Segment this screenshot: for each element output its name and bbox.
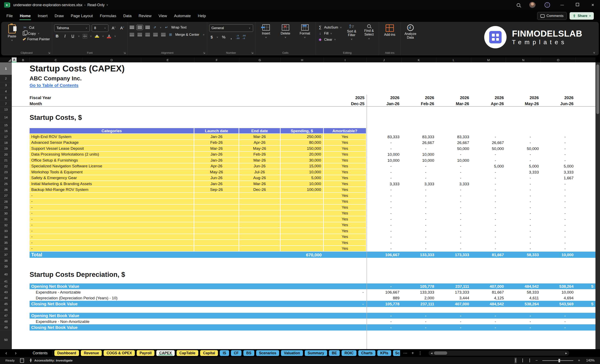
search-icon[interactable] xyxy=(517,3,520,7)
cell-H20[interactable]: 20,000 xyxy=(281,152,324,158)
cell-N17[interactable]: - xyxy=(506,134,541,140)
increase-decimal-button[interactable]: ←0.00 xyxy=(235,35,240,40)
cell-H16[interactable]: Spending, $ xyxy=(281,128,324,134)
cell-I7[interactable]: Dec-25 xyxy=(324,101,366,107)
fill-color-button[interactable] xyxy=(94,35,100,38)
column-header-M[interactable]: M xyxy=(471,57,506,62)
cell-F27[interactable] xyxy=(194,193,239,199)
cell-O49[interactable]: - xyxy=(541,324,576,330)
sheet-tab-prev-button[interactable]: ‹ xyxy=(2,350,10,356)
cell-G25[interactable]: Mar-26 xyxy=(239,181,281,187)
horizontal-scrollbar[interactable]: ◂ ▸ xyxy=(429,350,569,356)
font-size-select[interactable]: 8 ˅ xyxy=(92,24,108,32)
cell-L26[interactable]: - xyxy=(436,187,471,193)
cell-O31[interactable]: - xyxy=(541,216,576,222)
cell-L36[interactable]: - xyxy=(436,246,471,252)
cell-G29[interactable] xyxy=(239,205,281,210)
menu-tab-draw[interactable]: Draw xyxy=(51,12,67,20)
cell-K47[interactable]: - xyxy=(402,313,436,318)
row-header-47[interactable]: 47 xyxy=(0,313,12,318)
align-left-icon[interactable] xyxy=(130,33,134,36)
align-top-icon[interactable] xyxy=(130,26,134,29)
row-header-36[interactable]: 36 xyxy=(0,246,12,252)
menu-tab-page-layout[interactable]: Page Layout xyxy=(67,12,96,20)
cell-M37[interactable]: 81,667 xyxy=(471,252,506,258)
cell-C27[interactable]: - xyxy=(29,193,194,199)
cell-C34[interactable]: - xyxy=(29,234,194,240)
menu-tab-view[interactable]: View xyxy=(155,12,170,20)
cell-J26[interactable]: - xyxy=(366,187,402,193)
cell-L28[interactable]: - xyxy=(436,199,471,205)
sheet-tab-payroll[interactable]: Payroll xyxy=(137,350,154,356)
cell-C23[interactable]: Workshop Tools & Equipment xyxy=(29,169,194,175)
cell-F34[interactable] xyxy=(194,234,239,240)
cell-L49[interactable]: - xyxy=(436,324,471,330)
font-color-button[interactable]: A xyxy=(106,34,112,38)
cell-J19[interactable]: - xyxy=(366,146,402,152)
cell-J33[interactable]: - xyxy=(366,228,402,234)
cell-I17[interactable]: Yes xyxy=(324,134,366,140)
sphere-icon[interactable] xyxy=(544,2,550,8)
cell-H24[interactable]: 5,000 xyxy=(281,175,324,181)
cell-F16[interactable]: Launch date xyxy=(194,128,239,134)
cell-N24[interactable]: - xyxy=(506,175,541,181)
cell-I6[interactable]: 2025 xyxy=(324,95,366,101)
column-header-D[interactable]: D xyxy=(82,57,141,62)
paste-button[interactable]: Paste ˅ xyxy=(3,24,21,50)
cell-N26[interactable]: - xyxy=(506,187,541,193)
cell-C30[interactable]: - xyxy=(29,210,194,217)
cell-K17[interactable]: 83,333 xyxy=(402,134,436,140)
cell-M24[interactable]: - xyxy=(471,175,506,181)
cell-G30[interactable] xyxy=(239,210,281,217)
addins-button[interactable]: Add-ins xyxy=(381,24,398,50)
menu-tab-help[interactable]: Help xyxy=(194,12,209,20)
align-right-icon[interactable] xyxy=(145,33,150,36)
accessibility-status[interactable]: Accessibility: Investigate xyxy=(29,359,73,362)
cell-H27[interactable] xyxy=(281,193,324,199)
hscroll-left-icon[interactable]: ◂ xyxy=(431,350,432,356)
cell-N31[interactable]: - xyxy=(506,216,541,222)
cell-L31[interactable]: - xyxy=(436,216,471,222)
cell-C45[interactable]: Closing Net Book Value xyxy=(29,301,194,307)
row-header-26[interactable]: 26 xyxy=(0,187,12,193)
cell-N19[interactable]: 50,000 xyxy=(506,146,541,152)
cell-O37[interactable]: 10,000 xyxy=(541,252,576,258)
cell-L32[interactable]: - xyxy=(436,222,471,228)
cell-N47[interactable]: - xyxy=(506,313,541,318)
sheet-tab-cf[interactable]: CF xyxy=(231,350,242,356)
cell-I30[interactable]: Yes xyxy=(324,210,366,217)
row-header-22[interactable]: 22 xyxy=(0,164,12,169)
share-button[interactable]: ⇧ Share ˅ xyxy=(570,12,594,20)
cell-F19[interactable]: Mar-26 xyxy=(194,146,239,152)
cell-O47[interactable]: - xyxy=(541,313,576,318)
cell-I28[interactable]: Yes xyxy=(324,199,366,205)
cell-N18[interactable]: - xyxy=(506,140,541,146)
menu-tab-file[interactable]: File xyxy=(3,12,16,20)
row-header-13[interactable]: 13 xyxy=(0,107,12,112)
row-header-31[interactable]: 31 xyxy=(0,216,12,222)
menu-tab-data[interactable]: Data xyxy=(120,12,135,20)
cell-N36[interactable]: - xyxy=(506,246,541,252)
row-header-34[interactable]: 34 xyxy=(0,234,12,240)
cell-O23[interactable]: 3,333 xyxy=(541,169,576,175)
cell-M44[interactable]: 4,125 xyxy=(471,295,506,301)
new-sheet-button[interactable]: + xyxy=(410,351,415,355)
cell-C29[interactable]: - xyxy=(29,205,194,210)
percent-button[interactable]: % xyxy=(221,35,227,39)
cell-K23[interactable]: - xyxy=(402,169,436,175)
cell-G22[interactable]: Jun-26 xyxy=(239,164,281,169)
cell-J42[interactable]: - xyxy=(366,283,402,289)
cell-N21[interactable]: - xyxy=(506,157,541,164)
font-dialog-launcher[interactable]: ⇲ xyxy=(123,51,126,55)
align-bottom-icon[interactable] xyxy=(145,26,150,29)
cell-I29[interactable]: Yes xyxy=(324,205,366,210)
cell-C47[interactable]: Opening Net Book Value xyxy=(29,313,194,318)
cell-J47[interactable]: - xyxy=(366,313,402,318)
cell-I22[interactable]: Yes xyxy=(324,164,366,169)
cell-N43[interactable]: 58,333 xyxy=(506,289,541,295)
cell-H17[interactable]: 250,000 xyxy=(281,134,324,140)
row-header-45[interactable]: 45 xyxy=(0,301,12,307)
align-middle-icon[interactable] xyxy=(138,26,142,29)
cell-C20[interactable]: Data Processing Workstations (2 units) xyxy=(29,152,194,158)
cell-J18[interactable]: - xyxy=(366,140,402,146)
